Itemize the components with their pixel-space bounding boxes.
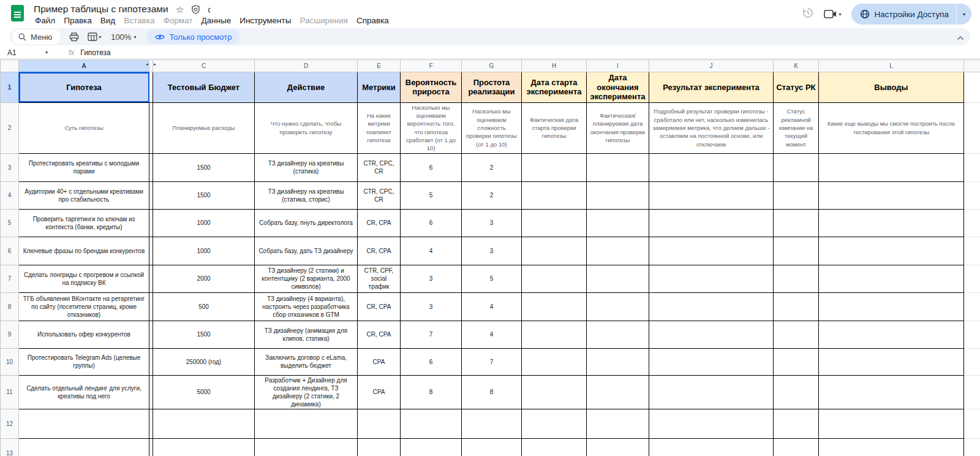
menu-файл[interactable]: Файл xyxy=(31,15,59,26)
cell-C8[interactable]: 500 xyxy=(153,292,255,321)
cell-D12[interactable] xyxy=(255,409,358,438)
cell-L11[interactable] xyxy=(819,375,964,409)
cell-F8[interactable]: 3 xyxy=(401,292,462,321)
cell-D3[interactable]: ТЗ дизайнеру на креативы (статика) xyxy=(255,153,358,181)
cell-F1[interactable]: Вероятность прироста xyxy=(401,72,462,103)
cell-H12[interactable] xyxy=(522,409,587,438)
cell-I2[interactable]: Фактическая/планируемая дата окончания п… xyxy=(587,102,649,153)
cell-x4[interactable] xyxy=(964,181,980,209)
cell-J5[interactable] xyxy=(649,209,774,237)
cell-E3[interactable]: CTR, CPC, CR xyxy=(358,153,401,181)
cell-F9[interactable]: 7 xyxy=(401,321,462,348)
row-header-6[interactable]: 6 xyxy=(1,237,19,265)
cell-E6[interactable]: CR, CPA xyxy=(358,237,401,265)
cell-I12[interactable] xyxy=(587,409,649,438)
cell-A11[interactable]: Сделать отдельный лендинг для услуги, кр… xyxy=(19,375,149,409)
cell-J13[interactable] xyxy=(649,438,774,456)
cell-K12[interactable] xyxy=(774,409,819,438)
cell-I1[interactable]: Дата окончания эксперимента xyxy=(587,72,649,103)
cell-K1[interactable]: Статус РК xyxy=(774,72,819,103)
cell-x9[interactable] xyxy=(964,321,980,348)
cell-F6[interactable]: 4 xyxy=(401,237,462,265)
cell-L10[interactable] xyxy=(819,348,964,375)
cell-J12[interactable] xyxy=(649,409,774,438)
cell-J11[interactable] xyxy=(649,375,774,409)
cell-K5[interactable] xyxy=(774,209,819,237)
cell-G8[interactable]: 4 xyxy=(462,292,522,321)
cell-A9[interactable]: Использовать офер конкурентов xyxy=(19,321,149,348)
cell-K3[interactable] xyxy=(774,153,819,181)
cell-G4[interactable]: 2 xyxy=(462,181,522,209)
formula-input[interactable]: Гипотеза xyxy=(80,48,110,57)
cell-F2[interactable]: Насколько мы оцениваем вероятность того,… xyxy=(401,102,462,153)
cell-C3[interactable]: 1500 xyxy=(153,153,255,181)
cell-I5[interactable] xyxy=(587,209,649,237)
menu-правка[interactable]: Правка xyxy=(59,15,96,26)
name-box-caret-icon[interactable]: ▾ xyxy=(45,50,58,55)
row-header-2[interactable]: 2 xyxy=(1,102,19,153)
menu-справка[interactable]: Справка xyxy=(352,15,393,26)
cell-D5[interactable]: Собрать базу, пнуть директолога xyxy=(255,209,358,237)
cell-G11[interactable]: 8 xyxy=(462,375,522,409)
cell-K9[interactable] xyxy=(774,321,819,348)
cell-D6[interactable]: Собрать базу, дать ТЗ дизайнеру xyxy=(255,237,358,265)
cell-H11[interactable] xyxy=(522,375,587,409)
column-header-E[interactable]: E xyxy=(358,60,401,72)
row-header-5[interactable]: 5 xyxy=(1,209,19,237)
cell-A1[interactable]: Гипотеза xyxy=(19,72,149,103)
cell-G5[interactable]: 3 xyxy=(462,209,522,237)
cell-H1[interactable]: Дата старта эксперимента xyxy=(522,72,587,103)
cell-F11[interactable]: 8 xyxy=(401,375,462,409)
row-header-13[interactable]: 13 xyxy=(1,438,19,456)
cell-J9[interactable] xyxy=(649,321,774,348)
row-header-1[interactable]: 1 xyxy=(1,72,19,103)
cell-C6[interactable]: 1000 xyxy=(153,237,255,265)
cell-E4[interactable]: CTR, CPC, CR xyxy=(358,181,401,209)
column-header-D[interactable]: D xyxy=(255,60,358,72)
cell-A7[interactable]: Сделать лонгриды с прогревом и ссылкой н… xyxy=(19,265,149,292)
cell-x6[interactable] xyxy=(964,237,980,265)
cell-D13[interactable] xyxy=(255,438,358,456)
cell-x8[interactable] xyxy=(964,292,980,321)
column-header-H[interactable]: H xyxy=(522,60,587,72)
cell-G7[interactable]: 5 xyxy=(462,265,522,292)
cell-C1[interactable]: Тестовый Бюджет xyxy=(153,72,255,103)
column-header-overflow[interactable] xyxy=(964,60,980,72)
cell-L9[interactable] xyxy=(819,321,964,348)
cell-J3[interactable] xyxy=(649,153,774,181)
cell-A4[interactable]: Аудитории 40+ с отдельными креативами пр… xyxy=(19,181,149,209)
cell-I10[interactable] xyxy=(587,348,649,375)
cell-G10[interactable]: 7 xyxy=(462,348,522,375)
row-header-8[interactable]: 8 xyxy=(1,292,19,321)
row-header-4[interactable]: 4 xyxy=(1,181,19,209)
cell-L12[interactable] xyxy=(819,409,964,438)
cell-A6[interactable]: Ключевые фразы по брендам конкурентов xyxy=(19,237,149,265)
cell-H9[interactable] xyxy=(522,321,587,348)
filter-views-caret-icon[interactable]: ▾ xyxy=(99,34,101,40)
cell-A3[interactable]: Протестировать креативы с молодыми парам… xyxy=(19,153,149,181)
cell-x7[interactable] xyxy=(964,265,980,292)
row-header-7[interactable]: 7 xyxy=(1,265,19,292)
cell-G3[interactable]: 2 xyxy=(462,153,522,181)
cell-x5[interactable] xyxy=(964,209,980,237)
row-header-12[interactable]: 12 xyxy=(1,409,19,438)
cell-C4[interactable]: 1500 xyxy=(153,181,255,209)
cell-x1[interactable] xyxy=(964,72,980,103)
cell-C10[interactable]: 250000 (год) xyxy=(153,348,255,375)
cell-L7[interactable] xyxy=(819,265,964,292)
cell-I4[interactable] xyxy=(587,181,649,209)
cell-I6[interactable] xyxy=(587,237,649,265)
star-icon[interactable]: ☆ xyxy=(176,5,184,14)
cell-H8[interactable] xyxy=(522,292,587,321)
cell-H10[interactable] xyxy=(522,348,587,375)
cell-L1[interactable]: Выводы xyxy=(819,72,964,103)
cell-J1[interactable]: Результат эксперимента xyxy=(649,72,774,103)
print-button[interactable] xyxy=(69,32,79,42)
view-only-badge[interactable]: Только просмотр xyxy=(147,29,239,44)
column-header-A[interactable]: A◄ xyxy=(19,60,149,72)
cell-J2[interactable]: Подробный результат проверки гипотезы - … xyxy=(649,102,774,153)
column-header-F[interactable]: F xyxy=(401,60,462,72)
row-header-11[interactable]: 11 xyxy=(1,375,19,409)
cell-I9[interactable] xyxy=(587,321,649,348)
cell-x11[interactable] xyxy=(964,375,980,409)
